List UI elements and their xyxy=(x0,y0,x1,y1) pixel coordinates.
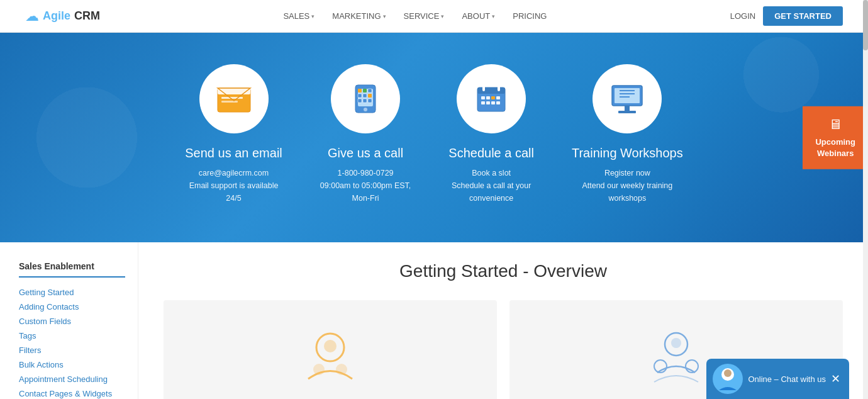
webinars-label: UpcomingWebinars xyxy=(815,136,855,159)
svg-rect-8 xyxy=(363,89,367,93)
sales-nav-link[interactable]: SALES ▾ xyxy=(277,8,321,25)
content-card-left xyxy=(164,300,497,399)
call-support-card[interactable]: Give us a call 1-800-980-072909:00am to … xyxy=(320,64,411,205)
workshop-card-title: Training Workshops xyxy=(572,146,683,160)
monitor-icon: 🖥 xyxy=(815,116,855,132)
svg-rect-34 xyxy=(625,106,630,111)
svg-rect-9 xyxy=(368,89,372,93)
svg-point-37 xyxy=(324,340,337,352)
svg-rect-28 xyxy=(496,101,500,104)
scrollbar-track[interactable] xyxy=(863,0,868,399)
svg-rect-10 xyxy=(358,94,362,98)
chat-avatar xyxy=(713,364,743,394)
crm-text: CRM xyxy=(74,9,100,23)
svg-rect-26 xyxy=(486,101,490,104)
svg-rect-23 xyxy=(491,96,495,99)
marketing-nav-link[interactable]: MARKETING ▾ xyxy=(326,8,392,25)
hero-section: Send us an email care@agilecrm.comEmail … xyxy=(0,33,868,242)
svg-rect-35 xyxy=(618,111,636,113)
nav-right: LOGIN GET STARTED xyxy=(730,6,843,26)
sidebar-link-bulk-actions[interactable]: Bulk Actions xyxy=(19,357,125,372)
svg-rect-18 xyxy=(477,87,505,94)
svg-point-16 xyxy=(364,108,367,111)
agile-text: Agile xyxy=(43,9,70,23)
schedule-card-details: Book a slotSchedule a call at yourconven… xyxy=(448,167,534,205)
marketing-arrow-icon: ▾ xyxy=(383,13,386,20)
call-card-title: Give us a call xyxy=(320,146,411,160)
support-cards: Send us an email care@agilecrm.comEmail … xyxy=(25,64,843,205)
chat-plus-icon: ✕ xyxy=(831,372,840,386)
svg-rect-27 xyxy=(491,101,495,104)
email-card-details: care@agilecrm.comEmail support is availa… xyxy=(185,167,282,205)
svg-rect-2 xyxy=(221,97,243,99)
svg-rect-21 xyxy=(481,96,485,99)
chat-label: Online – Chat with us xyxy=(748,374,826,384)
scrollbar-thumb[interactable] xyxy=(863,0,868,50)
svg-rect-25 xyxy=(481,101,485,104)
svg-rect-12 xyxy=(368,94,372,98)
sidebar-link-adding-contacts[interactable]: Adding Contacts xyxy=(19,300,125,314)
svg-rect-3 xyxy=(221,101,238,103)
chat-widget[interactable]: Online – Chat with us ✕ xyxy=(706,359,849,399)
svg-rect-20 xyxy=(498,84,500,91)
about-nav-link[interactable]: ABOUT ▾ xyxy=(455,8,501,25)
workshop-card-details: Register nowAttend our weekly trainingwo… xyxy=(572,167,683,205)
nav-links: SALES ▾ MARKETING ▾ SERVICE ▾ ABOUT ▾ PR… xyxy=(277,8,553,25)
svg-rect-13 xyxy=(358,99,362,103)
svg-rect-24 xyxy=(496,96,500,99)
logo: ☁ Agile CRM xyxy=(25,8,100,25)
sidebar-link-getting-started[interactable]: Getting Started xyxy=(19,285,125,300)
sidebar-link-custom-fields[interactable]: Custom Fields xyxy=(19,314,125,329)
call-icon-circle xyxy=(331,64,400,133)
email-support-card[interactable]: Send us an email care@agilecrm.comEmail … xyxy=(185,64,282,205)
schedule-card-title: Schedule a call xyxy=(448,146,534,160)
about-arrow-icon: ▾ xyxy=(492,13,495,20)
svg-point-38 xyxy=(314,364,324,374)
svg-rect-11 xyxy=(363,94,367,98)
svg-point-41 xyxy=(671,338,681,348)
webinars-panel[interactable]: 🖥 UpcomingWebinars xyxy=(803,106,868,169)
email-icon-circle xyxy=(199,64,269,133)
sidebar-link-contact-pages[interactable]: Contact Pages & Widgets xyxy=(19,386,125,399)
svg-point-39 xyxy=(337,364,347,374)
sidebar-link-tags[interactable]: Tags xyxy=(19,329,125,343)
sidebar-section-title: Sales Enablement xyxy=(19,261,125,278)
sales-arrow-icon: ▾ xyxy=(311,13,314,20)
svg-rect-19 xyxy=(482,84,485,91)
svg-rect-7 xyxy=(358,89,362,93)
login-link[interactable]: LOGIN xyxy=(730,11,755,21)
page-title: Getting Started - Overview xyxy=(164,261,843,281)
sidebar-link-appointment-scheduling[interactable]: Appointment Scheduling xyxy=(19,372,125,386)
service-arrow-icon: ▾ xyxy=(441,13,444,20)
svg-rect-14 xyxy=(363,99,367,103)
svg-point-45 xyxy=(724,369,732,377)
workshop-icon-circle xyxy=(593,64,662,133)
svg-rect-22 xyxy=(486,96,490,99)
pricing-nav-link[interactable]: PRICING xyxy=(506,8,553,25)
sidebar: Sales Enablement Getting Started Adding … xyxy=(0,242,138,399)
main-nav: ☁ Agile CRM SALES ▾ MARKETING ▾ SERVICE … xyxy=(0,0,868,33)
get-started-button[interactable]: GET STARTED xyxy=(763,6,843,26)
sidebar-link-filters[interactable]: Filters xyxy=(19,343,125,357)
cloud-icon: ☁ xyxy=(25,8,39,25)
call-card-details: 1-800-980-072909:00am to 05:00pm EST,Mon… xyxy=(320,167,411,205)
schedule-icon-circle xyxy=(457,64,526,133)
email-card-title: Send us an email xyxy=(185,146,282,160)
svg-rect-15 xyxy=(368,99,372,103)
workshop-support-card[interactable]: Training Workshops Register nowAttend ou… xyxy=(572,64,683,205)
svg-rect-1 xyxy=(218,88,250,94)
service-nav-link[interactable]: SERVICE ▾ xyxy=(398,8,451,25)
schedule-support-card[interactable]: Schedule a call Book a slotSchedule a ca… xyxy=(448,64,534,205)
